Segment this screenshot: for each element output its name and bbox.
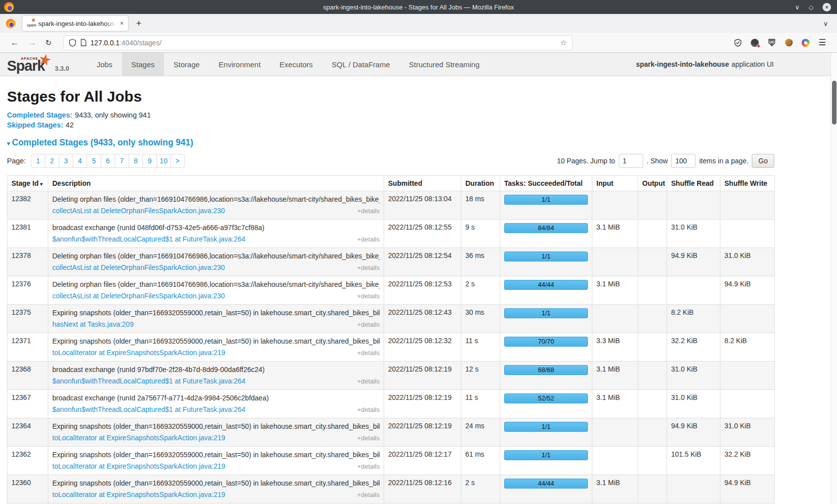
stage-detail-link[interactable]: toLocalIterator at ExpireSnapshotsSparkA…	[52, 433, 225, 443]
column-header-duration[interactable]: Duration	[461, 176, 500, 191]
ublock-shield-icon[interactable]: UO	[768, 38, 776, 47]
column-header-submitted[interactable]: Submitted	[384, 176, 461, 191]
table-row: 12364Expiring snapshots (older_than=1669…	[7, 418, 775, 447]
url-text[interactable]: 127.0.0.1:4040/stages/	[91, 39, 161, 47]
nav-item-jobs[interactable]: Jobs	[87, 53, 122, 76]
browser-tab[interactable]: ★ spark spark-ingest-into-lakehous ×	[22, 16, 128, 31]
shuffle-read-cell: 31.0 KiB	[667, 390, 720, 418]
items-per-page-input[interactable]	[671, 154, 696, 168]
description-cell: Expiring snapshots (older_than=166932055…	[48, 333, 384, 362]
page-button-9[interactable]: 9	[143, 154, 156, 167]
details-toggle[interactable]: +details	[357, 291, 380, 301]
page-button-3[interactable]: 3	[59, 154, 73, 167]
tab-close-icon[interactable]: ×	[120, 20, 124, 27]
stage-description: broadcast exchange (runId 97bdf70e-2f28-…	[52, 365, 380, 375]
shuffle-write-cell	[720, 220, 775, 248]
details-toggle[interactable]: +details	[357, 206, 380, 216]
column-header-input[interactable]: Input	[592, 176, 638, 191]
table-row: 12367broadcast exchange (runId 2a75677f-…	[7, 390, 775, 418]
stage-detail-link[interactable]: $anonfun$withThreadLocalCaptured$1 at Fu…	[52, 235, 246, 244]
description-cell: Expiring snapshots (older_than=166932055…	[48, 475, 384, 504]
close-button[interactable]: ×	[823, 3, 831, 11]
firefox-view-icon[interactable]	[6, 19, 15, 28]
column-header-shuffle-write[interactable]: Shuffle Write	[720, 176, 775, 191]
page-button-6[interactable]: 6	[101, 154, 115, 167]
go-button[interactable]: Go	[752, 154, 774, 168]
details-toggle[interactable]: +details	[357, 462, 380, 471]
minimize-button[interactable]: ∨	[795, 4, 800, 10]
page-button-5[interactable]: 5	[87, 154, 101, 167]
scrollbar-thumb[interactable]	[832, 81, 837, 125]
table-row: 12382Deleting orphan files (older_than=1…	[7, 191, 775, 220]
tasks-cell: 1/1	[500, 191, 592, 220]
jump-to-page-input[interactable]	[619, 154, 643, 168]
details-toggle[interactable]: +details	[357, 320, 380, 329]
stage-detail-link[interactable]: toLocalIterator at ExpireSnapshotsSparkA…	[52, 490, 225, 500]
next-page-button[interactable]: >	[171, 154, 184, 167]
page-button-4[interactable]: 4	[73, 154, 87, 167]
stage-detail-link[interactable]: toLocalIterator at ExpireSnapshotsSparkA…	[52, 462, 225, 471]
page-button-2[interactable]: 2	[45, 154, 59, 167]
stage-detail-link[interactable]: $anonfun$withThreadLocalCaptured$1 at Fu…	[52, 377, 246, 386]
forward-button[interactable]: →	[28, 38, 36, 48]
table-row: 12375Expiring snapshots (older_than=1669…	[7, 305, 775, 333]
cookie-icon[interactable]	[785, 38, 793, 47]
stage-detail-link[interactable]: collectAsList at DeleteOrphanFilesSparkA…	[52, 206, 225, 216]
nav-item-stages[interactable]: Stages	[122, 53, 164, 76]
column-header-description[interactable]: Description	[48, 176, 384, 191]
back-button[interactable]: ←	[10, 38, 19, 48]
list-tabs-icon[interactable]: ∨	[823, 20, 828, 27]
shield-permissions-icon[interactable]	[69, 39, 76, 47]
nav-item-structured-streaming[interactable]: Structured Streaming	[400, 53, 489, 76]
privacy-mask-icon[interactable]	[751, 38, 759, 47]
nav-item-sql-dataframe[interactable]: SQL / DataFrame	[322, 53, 400, 76]
page-title: Stages for All Jobs	[7, 88, 774, 105]
details-toggle[interactable]: +details	[357, 263, 380, 272]
output-cell	[638, 475, 667, 504]
stage-detail-link[interactable]: collectAsList at DeleteOrphanFilesSparkA…	[52, 291, 225, 301]
url-bar[interactable]: 127.0.0.1:4040/stages/ ☆	[63, 35, 572, 50]
column-header-shuffle-read[interactable]: Shuffle Read	[667, 176, 720, 191]
nav-item-executors[interactable]: Executors	[270, 53, 322, 76]
nav-item-environment[interactable]: Environment	[209, 53, 270, 76]
page-button-7[interactable]: 7	[115, 154, 129, 167]
column-header-stage-id[interactable]: Stage Id▾	[7, 176, 48, 191]
details-toggle[interactable]: +details	[357, 405, 380, 414]
reload-button[interactable]: ↻	[45, 38, 52, 47]
pocket-shield-check-icon[interactable]	[734, 38, 742, 47]
nav-item-storage[interactable]: Storage	[164, 53, 209, 76]
details-toggle[interactable]: +details	[357, 490, 380, 500]
stage-id-cell: 12382	[7, 191, 48, 220]
stage-detail-link[interactable]: collectAsList at DeleteOrphanFilesSparkA…	[52, 263, 225, 272]
tasks-cell: 1/1	[500, 447, 592, 475]
page-button-8[interactable]: 8	[129, 154, 142, 167]
column-header-tasks-succeeded-total[interactable]: Tasks: Succeeded/Total	[500, 176, 592, 191]
spark-logo[interactable]: APACHE Spark ★	[7, 53, 50, 76]
page-info-icon[interactable]	[80, 39, 87, 46]
tasks-progress-bar: 70/70	[504, 337, 588, 347]
menu-icon[interactable]: ☰	[819, 37, 826, 48]
spark-favicon-icon: ★ spark	[27, 19, 35, 27]
duration-cell: 30 ms	[461, 305, 500, 333]
stage-description: Deleting orphan files (older_than=166910…	[52, 280, 380, 289]
shuffle-write-cell	[720, 390, 775, 418]
column-header-output[interactable]: Output	[638, 176, 667, 191]
maximize-button[interactable]: ◇	[809, 4, 814, 10]
stage-detail-link[interactable]: hasNext at Tasks.java:209	[52, 320, 134, 329]
stage-detail-link[interactable]: toLocalIterator at ExpireSnapshotsSparkA…	[52, 348, 225, 358]
shuffle-read-cell: 31.0 KiB	[667, 220, 720, 248]
browser-toolbar: ← → ↻ 127.0.0.1:4040/stages/ ☆ UO ☰	[0, 33, 837, 53]
details-toggle[interactable]: +details	[357, 348, 380, 358]
extension-pinwheel-icon[interactable]	[802, 38, 810, 47]
details-toggle[interactable]: +details	[357, 235, 380, 244]
stage-detail-link[interactable]: $anonfun$withThreadLocalCaptured$1 at Fu…	[52, 405, 246, 414]
completed-stages-section-header[interactable]: ▾Completed Stages (9433, only showing 94…	[7, 137, 774, 148]
page-button-1[interactable]: 1	[31, 154, 45, 167]
bookmark-star-icon[interactable]: ☆	[560, 38, 566, 47]
page-button-10[interactable]: 10	[157, 154, 170, 167]
details-toggle[interactable]: +details	[357, 433, 380, 443]
page-scrollbar[interactable]	[831, 53, 837, 504]
new-tab-button[interactable]: +	[136, 18, 141, 29]
tasks-progress-bar: 44/44	[504, 479, 588, 489]
details-toggle[interactable]: +details	[357, 377, 380, 386]
